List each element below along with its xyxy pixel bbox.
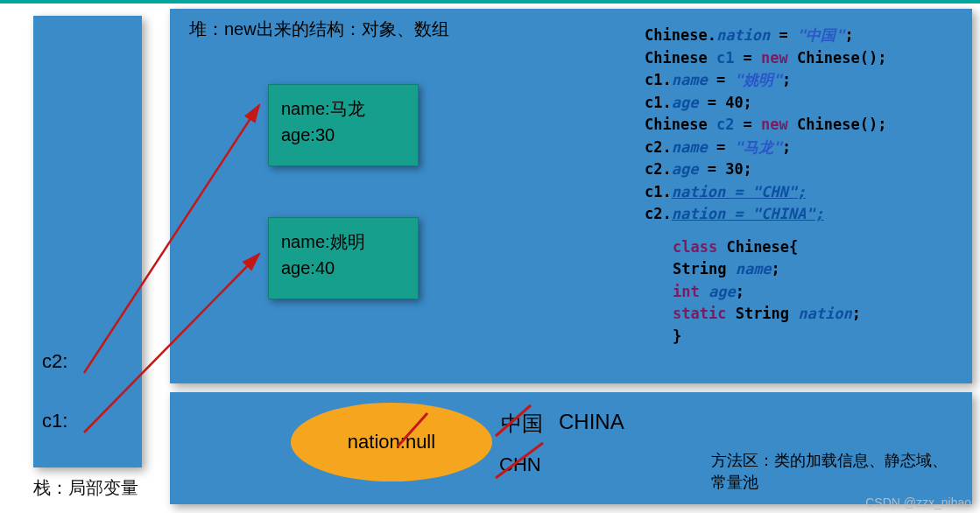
method-area: nation:null 中国 CHINA CHN 方法区：类的加载信息、静态域、… xyxy=(170,392,972,504)
heap-label: 堆：new出来的结构：对象、数组 xyxy=(189,18,449,41)
nation-label: nation:null xyxy=(348,431,435,453)
value-chn: CHN xyxy=(499,453,541,476)
stack-var-c1: c1: xyxy=(42,410,67,432)
value-cn: 中国 xyxy=(501,410,543,438)
watermark: CSDN @zzx_nihao xyxy=(865,495,971,509)
stack-column: c2: c1: xyxy=(33,16,142,467)
obj2-name: name:姚明 xyxy=(281,228,405,255)
nation-ellipse: nation:null xyxy=(291,403,492,481)
code-block: Chinese.nation = "中国"; Chinese c1 = new … xyxy=(645,25,958,348)
obj2-age: age:40 xyxy=(281,255,405,281)
stack-var-c2: c2: xyxy=(42,350,67,373)
obj1-age: age:30 xyxy=(281,122,405,148)
heap-object-1: name:马龙 age:30 xyxy=(268,84,419,166)
value-china: CHINA xyxy=(559,410,624,434)
stack-label: 栈：局部变量 xyxy=(33,476,138,500)
obj1-name: name:马龙 xyxy=(281,95,405,122)
heap-object-2: name:姚明 age:40 xyxy=(268,217,419,299)
heap-area: 堆：new出来的结构：对象、数组 name:马龙 age:30 name:姚明 … xyxy=(170,9,972,383)
method-area-label: 方法区：类的加载信息、静态域、常量池 xyxy=(711,450,956,494)
